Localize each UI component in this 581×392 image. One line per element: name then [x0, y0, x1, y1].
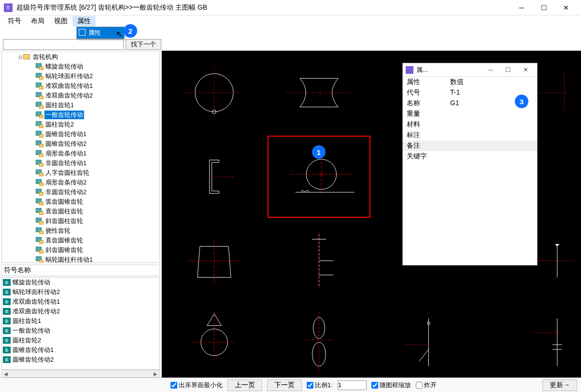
tree-item[interactable]: 挠性齿轮 — [3, 226, 158, 236]
symbol-icon: ⊞ — [3, 308, 11, 315]
symbol-leaf-icon — [36, 73, 43, 79]
thumbnail-cell[interactable] — [163, 136, 266, 218]
property-row[interactable]: 材料 — [403, 119, 537, 130]
symbol-leaf-icon — [36, 140, 43, 146]
refresh-button[interactable]: 更新→ — [542, 379, 577, 391]
scale-checkbox[interactable]: 比例1: — [307, 381, 333, 390]
app-icon: h — [4, 3, 13, 12]
property-titlebar[interactable]: 属... ─ ☐ ✕ — [403, 63, 537, 77]
tree-item[interactable]: 准双曲齿轮传动2 — [3, 91, 158, 100]
symbol-leaf-icon — [36, 247, 43, 252]
tree-item[interactable]: 圆柱齿轮1 — [3, 100, 158, 110]
symbol-icon: ⊞ — [3, 279, 11, 286]
tree-item[interactable]: 扇形齿条传动1 — [3, 149, 158, 158]
symbol-icon: ⊞ — [3, 337, 11, 344]
list-item[interactable]: ⊞圆柱齿轮2 — [2, 336, 159, 345]
svg-line-33 — [419, 350, 429, 362]
list-item[interactable]: ⊞圆锥齿轮传动1 — [2, 345, 159, 355]
symbol-leaf-icon — [36, 237, 43, 243]
menubar: 符号 布局 视图 属性 — [0, 15, 581, 27]
tree-item[interactable]: 圆锥齿轮传动2 — [3, 139, 158, 149]
list-item[interactable]: ⊞准双曲齿轮传动1 — [2, 297, 159, 307]
symbol-icon: ⊞ — [3, 347, 11, 353]
thumbnail-cell[interactable] — [268, 220, 370, 302]
cursor-icon: ↖ — [116, 29, 123, 40]
property-minimize-button[interactable]: ─ — [482, 66, 499, 73]
thumbnail-cell[interactable] — [163, 220, 266, 302]
list-item[interactable]: ⊞螺旋齿轮传动 — [2, 278, 159, 287]
tree-item[interactable]: 非圆齿轮传动2 — [3, 187, 158, 197]
list-item[interactable]: ⊞圆锥齿轮传动2 — [2, 355, 159, 364]
thumbnail-cell[interactable] — [477, 304, 580, 378]
thumbnail-cell-selected[interactable]: 1 — [268, 136, 370, 218]
property-row[interactable]: 关键字 — [403, 151, 537, 162]
next-page-button[interactable]: 下一页 — [267, 379, 302, 391]
maximize-button[interactable]: ☐ — [533, 0, 555, 15]
symbol-list-header: 符号名称 — [1, 265, 160, 276]
symbol-leaf-icon — [36, 160, 43, 166]
svg-line-6 — [319, 93, 322, 95]
symbol-leaf-icon — [36, 189, 43, 195]
tree-item[interactable]: 直齿圆锥齿轮 — [3, 236, 158, 245]
tree-item[interactable]: 弧齿圆锥齿轮 — [3, 197, 158, 207]
property-maximize-button[interactable]: ☐ — [499, 66, 517, 73]
tree-folder[interactable]: ⊟ 齿轮机构 — [3, 52, 158, 62]
symbol-leaf-icon — [36, 227, 43, 233]
thumbnail-cell[interactable] — [163, 304, 266, 378]
footer-bar: 出库界面最小化 上一页 下一页 比例1: 随图框缩放 炸开 更新→ — [0, 378, 581, 392]
property-icon — [79, 29, 85, 36]
tree-item[interactable]: 蜗轮球面杆传动2 — [3, 71, 158, 81]
thumbnail-cell[interactable] — [268, 52, 370, 134]
tree-item[interactable]: 蜗轮圆柱杆传动1 — [3, 255, 158, 263]
tree-item[interactable]: 非圆齿轮传动1 — [3, 158, 158, 168]
tree-item[interactable]: 圆柱齿轮2 — [3, 120, 158, 129]
zoom-with-frame-checkbox[interactable]: 随图框缩放 — [371, 381, 411, 390]
symbol-leaf-icon — [36, 102, 43, 108]
tree-item[interactable]: 螺旋齿轮传动 — [3, 62, 158, 71]
property-row[interactable]: 备注 — [403, 140, 537, 151]
thumbnail-cell[interactable] — [268, 304, 370, 378]
menu-view[interactable]: 视图 — [49, 16, 72, 27]
find-next-button[interactable]: 找下一个 — [126, 39, 161, 50]
list-item[interactable]: ⊞准双曲齿轮传动2 — [2, 307, 159, 316]
tree-item[interactable]: 直齿圆柱齿轮 — [3, 207, 158, 216]
tree-item[interactable]: 人字齿圆柱齿轮 — [3, 168, 158, 178]
property-row[interactable]: 标注 — [403, 130, 537, 140]
tree-item[interactable]: 斜齿圆锥齿轮 — [3, 245, 158, 255]
symbol-leaf-icon — [36, 208, 43, 214]
tree-item[interactable]: 斜齿圆柱齿轮 — [3, 216, 158, 226]
tree-item[interactable]: 一般齿轮传动 — [3, 110, 158, 120]
list-item[interactable]: ⊞蜗轮球面杆传动2 — [2, 287, 159, 297]
menu-layout[interactable]: 布局 — [26, 16, 49, 27]
list-item[interactable]: ⊞圆柱齿轮1 — [2, 316, 159, 326]
close-button[interactable]: ✕ — [555, 0, 577, 15]
menu-property[interactable]: 属性 — [72, 16, 96, 27]
symbol-icon: ⊞ — [3, 327, 11, 334]
list-item[interactable]: ⊞一般齿轮传动 — [2, 326, 159, 336]
property-close-button[interactable]: ✕ — [517, 66, 534, 73]
scale-input[interactable] — [338, 380, 367, 390]
symbol-leaf-icon — [36, 83, 43, 88]
tree-item[interactable]: 圆锥齿轮传动1 — [3, 129, 158, 139]
menu-symbol[interactable]: 符号 — [3, 16, 26, 27]
collapse-icon[interactable]: ⊟ — [17, 55, 23, 60]
explode-checkbox[interactable]: 炸开 — [416, 381, 437, 390]
tree-item[interactable]: 准双曲齿轮传动1 — [3, 81, 158, 91]
symbol-leaf-icon — [36, 131, 43, 137]
h-scrollbar[interactable]: ◀▶ — [1, 370, 160, 378]
tree-item[interactable]: 扇形齿条传动2 — [3, 178, 158, 187]
symbol-icon: ⊞ — [3, 318, 11, 324]
property-window[interactable]: 属... ─ ☐ ✕ 属性 数值 代号T-1名称G1重量材料标注备注关键字 3 — [402, 63, 538, 266]
minimize-button[interactable]: ─ — [510, 0, 533, 15]
minimize-on-out-checkbox[interactable]: 出库界面最小化 — [170, 381, 223, 390]
symbol-list[interactable]: ⊞螺旋齿轮传动⊞蜗轮球面杆传动2⊞准双曲齿轮传动1⊞准双曲齿轮传动2⊞圆柱齿轮1… — [2, 278, 159, 364]
search-input[interactable] — [3, 39, 124, 50]
symbol-leaf-icon — [36, 179, 43, 185]
symbol-tree[interactable]: ⊟ 齿轮机构 螺旋齿轮传动蜗轮球面杆传动2准双曲齿轮传动1准双曲齿轮传动2圆柱齿… — [1, 51, 160, 263]
prev-page-button[interactable]: 上一页 — [227, 379, 262, 391]
property-row[interactable]: 重量 — [403, 109, 537, 119]
symbol-leaf-icon — [36, 92, 43, 98]
thumbnail-cell[interactable] — [372, 304, 475, 378]
thumbnail-cell[interactable] — [163, 52, 266, 134]
symbol-leaf-icon — [36, 121, 43, 127]
